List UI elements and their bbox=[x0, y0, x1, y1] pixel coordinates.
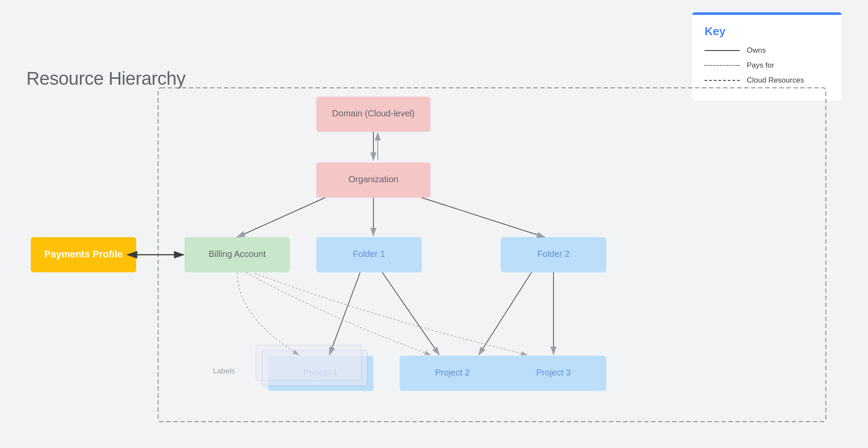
folder2-label: Folder 2 bbox=[537, 249, 569, 259]
billing-account-label: Billing Account bbox=[209, 249, 266, 259]
key-line-dotted bbox=[705, 65, 740, 66]
org-to-folder2-arrow bbox=[422, 198, 545, 237]
labels-text: Labels bbox=[213, 367, 235, 375]
key-line-solid bbox=[705, 50, 740, 51]
folder1-to-project2-arrow bbox=[382, 272, 439, 355]
folder1-label: Folder 1 bbox=[353, 249, 385, 259]
domain-label: Domain (Cloud-level) bbox=[332, 108, 415, 118]
folder2-to-project2-arrow bbox=[479, 272, 532, 355]
payments-profile-label: Payments Profile bbox=[44, 249, 123, 260]
key-item-owns: Owns bbox=[705, 46, 829, 55]
billing-to-project1-arrow bbox=[237, 272, 299, 355]
page-container: Resource Hierarchy Key Owns Pays for Clo… bbox=[0, 0, 868, 448]
organization-label: Organization bbox=[348, 174, 398, 184]
key-accent-bar bbox=[692, 12, 842, 15]
folder1-to-project1-arrow bbox=[329, 272, 360, 355]
project3-label: Project 3 bbox=[536, 368, 571, 377]
label-rect2 bbox=[256, 345, 362, 380]
billing-to-project2-arrow bbox=[246, 272, 430, 355]
project2-label: Project 2 bbox=[435, 368, 470, 377]
org-to-billing-arrow bbox=[237, 198, 325, 237]
key-line-dashed bbox=[705, 80, 740, 81]
key-item-pays: Pays for bbox=[705, 61, 829, 70]
diagram-svg: Domain (Cloud-level) Organization Billin… bbox=[18, 83, 835, 435]
key-title: Key bbox=[705, 25, 829, 38]
key-label-owns: Owns bbox=[747, 46, 766, 55]
key-label-pays: Pays for bbox=[747, 61, 774, 70]
